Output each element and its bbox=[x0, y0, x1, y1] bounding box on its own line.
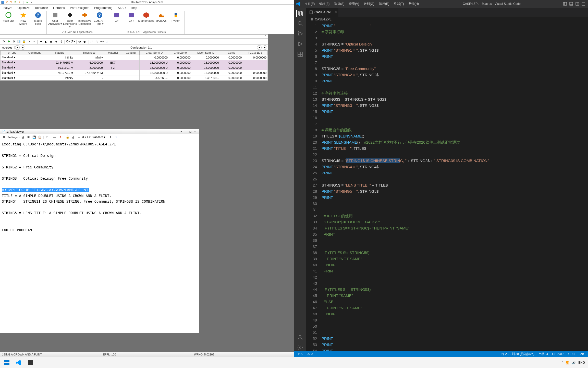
cell[interactable]: 15.0000000 bbox=[192, 70, 220, 75]
lock-icon[interactable]: 🔒 bbox=[22, 39, 26, 44]
taskbar-app[interactable] bbox=[24, 358, 36, 368]
menu-view[interactable]: 查看(V) bbox=[347, 1, 361, 7]
table-row[interactable]: Standard ▾92.8470657 V6.0000000BK715.000… bbox=[1, 60, 268, 65]
column-header[interactable]: TCE x 1E-6 bbox=[243, 51, 268, 55]
run-debug-icon[interactable] bbox=[297, 40, 304, 48]
tool-icon[interactable]: ✕ bbox=[27, 39, 31, 44]
cell[interactable]: 0.0000000 bbox=[140, 55, 169, 60]
cell[interactable]: Standard ▾ bbox=[1, 55, 24, 60]
status-position[interactable]: 行 23，列 38 (已选择26) bbox=[499, 352, 536, 356]
layout-icon[interactable] bbox=[575, 1, 580, 6]
tab-analyze[interactable]: nalyze bbox=[1, 5, 15, 11]
minimize-icon[interactable]: – bbox=[183, 130, 188, 133]
prev-button[interactable]: ◄ bbox=[15, 45, 20, 50]
help-icon[interactable]: ℹ bbox=[114, 135, 118, 140]
tool-icon[interactable]: ◈ bbox=[54, 39, 58, 44]
text-viewer-body[interactable]: Executing C:\Users\X\Documents\Zemax\MAC… bbox=[0, 140, 199, 333]
tab-optimize[interactable]: Optimize bbox=[15, 5, 32, 11]
lock-icon[interactable]: 🔒 bbox=[65, 135, 70, 140]
tray-lang[interactable]: ENG bbox=[578, 361, 585, 364]
refresh-list-button[interactable]: fresh List bbox=[2, 12, 15, 25]
cell[interactable]: - bbox=[74, 75, 104, 80]
table-row[interactable]: Standard ▾InfinityInfinity0.00000000.000… bbox=[1, 55, 268, 60]
tab-case4[interactable]: CASE4.ZPL × bbox=[306, 8, 338, 17]
cell[interactable] bbox=[24, 65, 45, 70]
tool-icon[interactable]: 🖨 bbox=[21, 135, 25, 140]
column-header[interactable]: Chip Zone bbox=[169, 51, 192, 55]
taskbar-app-vscode[interactable] bbox=[13, 358, 24, 368]
qa-dropdown-icon[interactable]: ▾ bbox=[30, 1, 33, 4]
undo-icon[interactable]: ↶ bbox=[5, 1, 9, 4]
column-header[interactable]: Comment bbox=[24, 51, 45, 55]
cell[interactable]: 0.0000000 bbox=[169, 70, 192, 75]
network-icon[interactable]: 📶 bbox=[566, 361, 569, 364]
tool-icon[interactable]: A bbox=[58, 135, 63, 140]
cell[interactable] bbox=[104, 55, 122, 60]
cell[interactable]: 3.0000000 bbox=[74, 65, 104, 70]
menu-select[interactable]: 选择(S) bbox=[332, 1, 346, 7]
maximize-icon[interactable]: □ bbox=[188, 130, 193, 133]
cell[interactable]: 15.0000000 U bbox=[140, 65, 169, 70]
mathematica-button[interactable]: Mathematica bbox=[139, 12, 153, 22]
tool-icon[interactable]: →▾ bbox=[100, 39, 104, 44]
cell[interactable] bbox=[24, 55, 45, 60]
cell[interactable]: 15.0000000 bbox=[192, 65, 220, 70]
macro-help-button[interactable]: ?Macro Help bbox=[31, 12, 45, 25]
tool-icon[interactable]: O▾ bbox=[66, 39, 70, 44]
cell[interactable] bbox=[104, 75, 122, 80]
status-encoding[interactable]: GB 2312 bbox=[550, 352, 566, 356]
cell[interactable] bbox=[122, 65, 140, 70]
column-header[interactable]: Radius bbox=[45, 51, 74, 55]
menu-go[interactable]: 转到(G) bbox=[362, 1, 376, 7]
cell[interactable]: 8.437369... bbox=[140, 75, 169, 80]
cell[interactable]: - bbox=[243, 65, 268, 70]
interactive-extension-button[interactable]: Interactive Extension bbox=[78, 12, 92, 28]
cell[interactable] bbox=[122, 70, 140, 75]
redo-icon[interactable]: ↷ bbox=[9, 1, 13, 4]
column-header[interactable]: Material bbox=[104, 51, 122, 55]
tool-icon[interactable]: ⊞ bbox=[26, 135, 31, 140]
standard-dropdown[interactable]: Standard ▾ bbox=[92, 135, 105, 139]
tool-icon[interactable]: ⇆ bbox=[94, 39, 99, 44]
settings-icon[interactable]: ⚙ bbox=[2, 135, 6, 140]
tool-icon[interactable]: ▦ bbox=[49, 39, 53, 44]
cell[interactable]: 0.0000000 bbox=[169, 55, 192, 60]
add-icon[interactable]: ✚ bbox=[6, 39, 11, 44]
gear-icon[interactable]: ⚙ bbox=[11, 39, 16, 44]
cell[interactable]: F2 bbox=[104, 65, 122, 70]
tool-icon[interactable]: □ bbox=[45, 135, 50, 140]
tab-libraries[interactable]: Libraries bbox=[51, 5, 67, 11]
status-errors[interactable]: ⊘ 0 bbox=[296, 352, 305, 356]
cell[interactable]: 6.0000000 bbox=[74, 60, 104, 65]
cell[interactable]: Standard ▾ bbox=[1, 65, 24, 70]
cell[interactable]: BK7 bbox=[104, 60, 122, 65]
source-control-icon[interactable] bbox=[297, 30, 304, 37]
cell[interactable] bbox=[104, 70, 122, 75]
close-tab-icon[interactable]: × bbox=[335, 10, 337, 14]
settings-label[interactable]: Settings bbox=[7, 136, 18, 139]
cell[interactable]: Infinity bbox=[45, 55, 74, 60]
run-icon[interactable]: ▸ bbox=[26, 1, 29, 4]
size-dropdown[interactable]: 3 x 4 ▾ bbox=[82, 135, 91, 139]
cell[interactable]: Standard ▾ bbox=[1, 75, 24, 80]
cell[interactable]: Standard ▾ bbox=[1, 60, 24, 65]
lens-data-table[interactable]: e TypeCommentRadiusThicknessMaterialCoat… bbox=[0, 50, 268, 80]
source-text[interactable]: PRINT "---------------------------"# 字符串… bbox=[322, 22, 588, 351]
cell[interactable]: Infinity bbox=[74, 55, 104, 60]
status-warnings[interactable]: ⚠ 0 bbox=[305, 352, 315, 356]
start-button[interactable] bbox=[1, 358, 13, 368]
help-icon[interactable]: ℹ bbox=[105, 39, 109, 44]
menu-file[interactable]: 文件(F) bbox=[303, 1, 317, 7]
cell[interactable]: 0.0000000 bbox=[220, 65, 243, 70]
cell[interactable]: 92.8470657 V bbox=[45, 60, 74, 65]
breadcrumb[interactable]: 🗎 CASE4.ZPL bbox=[306, 17, 588, 22]
close-icon[interactable]: × bbox=[264, 34, 267, 38]
prev-button[interactable]: ◄ bbox=[257, 45, 262, 50]
save-icon[interactable] bbox=[1, 1, 5, 4]
menu-edit[interactable]: 编辑(E) bbox=[317, 1, 332, 7]
tab-part-designer[interactable]: Part Designer bbox=[67, 5, 91, 11]
cell[interactable]: 15.0000000 U bbox=[140, 60, 169, 65]
cell[interactable]: 0.0000000 bbox=[192, 55, 220, 60]
cell[interactable]: 97.3760474 M bbox=[74, 70, 104, 75]
cell[interactable] bbox=[24, 60, 45, 65]
